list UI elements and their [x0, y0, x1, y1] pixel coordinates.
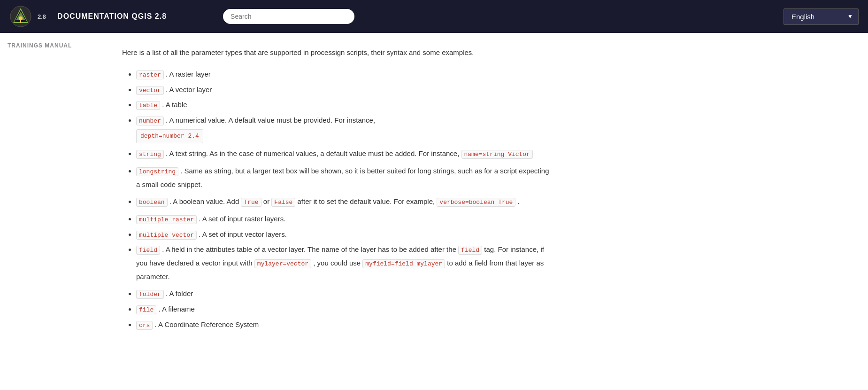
code-string: string — [136, 150, 164, 159]
item-text-3: , you could use — [313, 259, 362, 267]
sidebar-section-title: TRAININGS MANUAL — [8, 42, 95, 49]
item-text: . A boolean value. Add — [169, 197, 241, 205]
item-text: . A set of input raster layers. — [199, 215, 285, 223]
list-item: longstring . Same as string, but a large… — [136, 164, 554, 191]
list-item: string . A text string. As in the case o… — [136, 147, 554, 161]
code-table: table — [136, 101, 160, 110]
list-item: field . A field in the attributes table … — [136, 243, 554, 283]
code-example-depth: depth=number 2.4 — [136, 129, 203, 144]
item-text-or: or — [263, 197, 272, 205]
intro-paragraph: Here is a list of all the parameter type… — [122, 47, 554, 58]
code-true: True — [241, 198, 261, 207]
code-raster: raster — [136, 70, 164, 79]
code-field-inline: field — [458, 246, 482, 255]
item-text: . A filename — [158, 305, 195, 313]
language-select[interactable]: English Français Deutsch Español — [784, 8, 859, 25]
version-badge: 2.8 — [38, 13, 46, 20]
item-text: . A Coordinate Reference System — [155, 320, 259, 328]
list-item: table . A table — [136, 98, 554, 112]
logo-container: 2.8 — [9, 5, 48, 28]
code-boolean: boolean — [136, 198, 168, 207]
list-item: boolean . A boolean value. Add True or F… — [136, 195, 554, 209]
code-false: False — [271, 198, 295, 207]
code-multiple-vector: multiple vector — [136, 231, 197, 240]
item-text: . A field in the attributes table of a v… — [162, 245, 458, 253]
code-file: file — [136, 305, 156, 314]
item-text: . Same as string, but a larger text box … — [136, 167, 549, 188]
code-longstring: longstring — [136, 167, 178, 176]
code-mylayer-vector: mylayer=vector — [254, 259, 311, 268]
code-folder: folder — [136, 290, 164, 299]
item-text: . A vector layer — [166, 86, 212, 94]
code-multiple-raster: multiple raster — [136, 215, 197, 224]
sidebar: TRAININGS MANUAL — [0, 33, 103, 390]
code-example-verbose: verbose=boolean True — [437, 198, 515, 207]
item-text: . A raster layer — [166, 70, 211, 78]
item-text: . A set of input vector layers. — [199, 230, 287, 238]
item-text-period: . — [518, 197, 520, 205]
qgis-logo — [9, 5, 32, 28]
item-text: . A table — [162, 101, 187, 109]
svg-point-4 — [19, 16, 23, 20]
item-text: . A text string. As in the case of numer… — [166, 149, 459, 157]
list-item: crs . A Coordinate Reference System — [136, 318, 554, 332]
list-item: multiple raster . A set of input raster … — [136, 212, 554, 226]
code-crs: crs — [136, 321, 153, 330]
list-item: folder . A folder — [136, 287, 554, 301]
language-selector-container: English Français Deutsch Español ▼ — [784, 8, 859, 25]
parameter-list: raster . A raster layer vector . A vecto… — [122, 68, 554, 331]
code-field: field — [136, 246, 160, 255]
code-myfield-field: myfield=field mylayer — [362, 259, 445, 268]
header: 2.8 DOCUMENTATION QGIS 2.8 English Franç… — [0, 0, 868, 33]
item-text-after: after it to set the default value. For e… — [298, 197, 437, 205]
list-item: number . A numerical value. A default va… — [136, 114, 554, 143]
item-text: . A numerical value. A default value mus… — [166, 116, 375, 124]
code-vector: vector — [136, 86, 164, 95]
list-item: raster . A raster layer — [136, 68, 554, 81]
search-container — [195, 9, 383, 24]
search-input[interactable] — [223, 9, 354, 24]
list-item: vector . A vector layer — [136, 83, 554, 97]
list-item: multiple vector . A set of input vector … — [136, 228, 554, 242]
doc-title: DOCUMENTATION QGIS 2.8 — [57, 12, 167, 21]
code-example-name: name=string Victor — [461, 150, 533, 159]
item-text: . A folder — [166, 289, 193, 297]
page-wrapper: TRAININGS MANUAL Here is a list of all t… — [0, 33, 868, 390]
list-item: file . A filename — [136, 303, 554, 316]
language-select-wrapper: English Français Deutsch Español ▼ — [784, 8, 859, 25]
code-number: number — [136, 117, 164, 125]
main-content: Here is a list of all the parameter type… — [103, 33, 573, 390]
